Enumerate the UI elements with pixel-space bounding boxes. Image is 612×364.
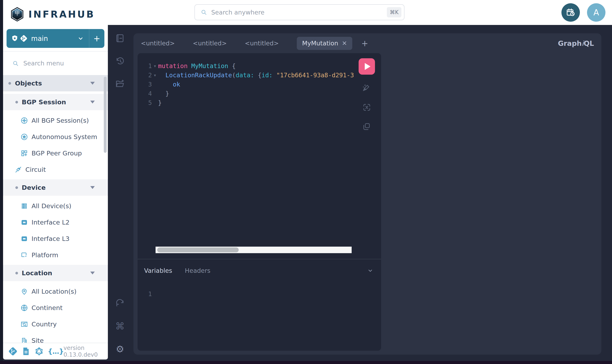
bullet-icon bbox=[15, 101, 18, 104]
settings-gear-button[interactable]: ⚙ bbox=[115, 344, 125, 354]
sidebar-item-autonomous-system[interactable]: Autonomous System bbox=[3, 129, 108, 145]
code-line[interactable]: 5} bbox=[137, 98, 381, 107]
prettify-button[interactable] bbox=[361, 83, 371, 93]
sidebar-item-all-device-s[interactable]: All Device(s) bbox=[3, 198, 108, 214]
play-icon bbox=[365, 63, 370, 70]
sidebar-item-interface-l2[interactable]: Interface L2 bbox=[3, 214, 108, 231]
tab-headers[interactable]: Headers bbox=[185, 267, 210, 274]
menu-search-input[interactable]: Search menu bbox=[3, 52, 108, 75]
sidebar-item-label: BGP Peer Group bbox=[31, 149, 82, 157]
swagger-icon[interactable]: {...} bbox=[48, 347, 63, 355]
bullet-icon bbox=[8, 82, 11, 85]
branch-selector[interactable]: main + bbox=[7, 29, 104, 48]
collapse-arrow-icon[interactable] bbox=[90, 272, 95, 274]
line-number: 3 bbox=[137, 81, 152, 88]
chevron-down-icon[interactable] bbox=[367, 267, 374, 274]
sidebar-item-continent[interactable]: Continent bbox=[3, 299, 108, 316]
line-number: 1 bbox=[137, 62, 152, 69]
variables-editor[interactable]: 1 bbox=[137, 290, 152, 298]
sidebar-item-bgp-peer-group[interactable]: BGP Peer Group bbox=[3, 145, 108, 161]
code-token bbox=[228, 62, 232, 69]
sidebar-item-country[interactable]: Country bbox=[3, 316, 108, 332]
sidebar-item-all-location-s[interactable]: All Location(s) bbox=[3, 283, 108, 299]
sidebar-item-site[interactable]: Site bbox=[3, 332, 108, 343]
time-travel-button[interactable] bbox=[561, 3, 580, 22]
sidebar-item-label: Interface L3 bbox=[31, 235, 69, 242]
new-tab-button[interactable]: + bbox=[361, 39, 368, 48]
line-number: 2 bbox=[137, 72, 152, 79]
collapse-arrow-icon[interactable] bbox=[90, 186, 95, 189]
code-token: } bbox=[165, 90, 169, 97]
page-left-edge bbox=[0, 0, 3, 364]
sidebar-item-label: Site bbox=[31, 337, 44, 343]
sidebar-item-device[interactable]: Device bbox=[3, 179, 108, 196]
close-icon[interactable]: ✕ bbox=[342, 40, 347, 47]
sidebar-item-label: Circuit bbox=[25, 166, 46, 173]
create-branch-button[interactable]: + bbox=[89, 29, 104, 48]
query-editor-code[interactable]: 1▾mutation MyMutation {2▾ LocationRackUp… bbox=[137, 61, 381, 107]
history-button[interactable] bbox=[115, 56, 125, 66]
query-editor-pane[interactable]: 1▾mutation MyMutation {2▾ LocationRackUp… bbox=[137, 53, 381, 351]
code-line[interactable]: 4 } bbox=[137, 89, 381, 98]
refetch-schema-button[interactable] bbox=[115, 298, 125, 309]
docs-icon[interactable] bbox=[22, 347, 30, 356]
ethernet-icon bbox=[20, 219, 28, 226]
collapse-arrow-icon[interactable] bbox=[90, 101, 95, 104]
sidebar-item-bgp-session[interactable]: BGP Session bbox=[3, 94, 108, 110]
map-pin-icon bbox=[20, 288, 28, 295]
shortcuts-button[interactable]: ⌘ bbox=[115, 321, 125, 331]
code-line[interactable]: 1▾mutation MyMutation { bbox=[137, 61, 381, 71]
code-token bbox=[158, 81, 173, 88]
sidebar-item-location[interactable]: Location bbox=[3, 265, 108, 281]
platform-icon bbox=[20, 251, 28, 259]
tab-variables[interactable]: Variables bbox=[144, 267, 172, 274]
sidebar-item-all-bgp-session-s[interactable]: All BGP Session(s) bbox=[3, 112, 108, 129]
sidebar-item-label: Interface L2 bbox=[31, 219, 69, 226]
line-number: 5 bbox=[137, 99, 152, 106]
sidebar-item-circuit[interactable]: Circuit bbox=[3, 161, 108, 178]
sidebar-footer: {...} version 0.13.0.dev0 bbox=[3, 343, 108, 360]
code-line[interactable]: 2▾ LocationRackUpdate(data: {id: "17cb66… bbox=[137, 71, 381, 80]
git-icon[interactable] bbox=[8, 347, 17, 356]
variables-line-number: 1 bbox=[137, 290, 152, 298]
collapse-arrow-icon[interactable] bbox=[90, 82, 95, 85]
avatar[interactable]: A bbox=[587, 3, 605, 22]
top-header: Search anywhere ⌘K A bbox=[108, 0, 612, 25]
code-token bbox=[158, 72, 165, 79]
tab-untitled[interactable]: <untitled> bbox=[141, 40, 175, 47]
graphql-icon[interactable] bbox=[35, 347, 44, 356]
sidebar-item-label: BGP Session bbox=[22, 98, 66, 106]
sidebar-item-label: Continent bbox=[31, 304, 63, 312]
scrollbar-thumb[interactable] bbox=[157, 247, 239, 252]
code-token bbox=[188, 62, 191, 69]
tab-untitled[interactable]: <untitled> bbox=[193, 40, 227, 47]
code-token: { bbox=[232, 62, 236, 69]
fold-marker-icon[interactable]: ▾ bbox=[152, 73, 158, 78]
app-logo[interactable]: INFRAHUB bbox=[3, 0, 108, 29]
bullet-icon bbox=[15, 272, 18, 274]
tab-mymutation[interactable]: MyMutation✕ bbox=[297, 37, 352, 50]
search-kbd-shortcut: ⌘K bbox=[387, 7, 401, 17]
editor-horizontal-scrollbar[interactable] bbox=[156, 247, 352, 253]
sidebar-scrollbar[interactable] bbox=[104, 77, 107, 153]
execute-query-button[interactable] bbox=[359, 58, 375, 75]
global-search-input[interactable]: Search anywhere ⌘K bbox=[194, 4, 405, 20]
sidebar-item-platform[interactable]: Platform bbox=[3, 247, 108, 263]
code-token: ( bbox=[232, 72, 236, 79]
search-icon bbox=[201, 9, 207, 15]
tab-untitled[interactable]: <untitled> bbox=[245, 40, 279, 47]
sidebar-item-interface-l3[interactable]: Interface L3 bbox=[3, 231, 108, 247]
infrahub-logo-icon bbox=[11, 7, 24, 22]
copy-query-button[interactable] bbox=[361, 122, 371, 131]
code-line[interactable]: 3 ok bbox=[137, 80, 381, 89]
merge-fragments-button[interactable] bbox=[362, 103, 372, 112]
open-collection-button[interactable] bbox=[115, 79, 125, 89]
fold-marker-icon[interactable]: ▾ bbox=[152, 64, 158, 68]
docs-panel-button[interactable] bbox=[115, 33, 125, 43]
chevron-down-icon[interactable] bbox=[78, 35, 89, 41]
sidebar-item-objects[interactable]: Objects bbox=[3, 75, 108, 91]
sidebar-item-label: Autonomous System bbox=[31, 133, 97, 141]
router-icon bbox=[20, 117, 28, 124]
sidebar-menu: ObjectsBGP SessionAll BGP Session(s)Auto… bbox=[3, 75, 108, 343]
code-token bbox=[254, 72, 258, 79]
